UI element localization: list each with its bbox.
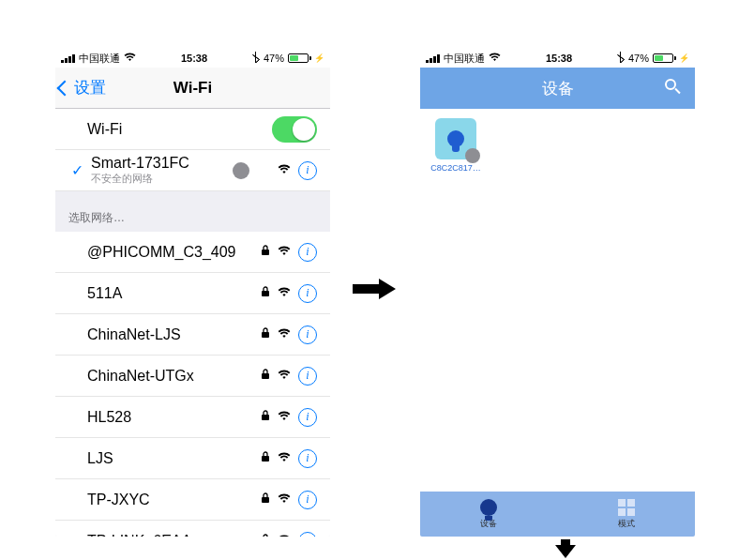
ssid: ChinaNet-LJS: [87, 326, 261, 343]
info-icon[interactable]: i: [298, 367, 317, 386]
tab-bar: 设备 模式: [420, 492, 695, 537]
wifi-strength-icon: [278, 369, 291, 383]
svg-rect-5: [262, 456, 269, 462]
lock-icon: [261, 410, 270, 424]
tab-device[interactable]: 设备: [420, 492, 558, 537]
info-icon[interactable]: i: [298, 243, 317, 262]
info-icon[interactable]: i: [298, 449, 317, 468]
wifi-status-icon: [124, 53, 136, 64]
tab-label: 模式: [618, 518, 635, 530]
ssid: @PHICOMM_C3_409: [87, 244, 261, 261]
ssid: HL528: [87, 409, 261, 426]
network-row[interactable]: 511A i: [55, 273, 330, 314]
svg-rect-6: [262, 497, 269, 503]
ssid: ChinaNet-UTGx: [87, 368, 261, 385]
connected-note: 不安全的网络: [91, 172, 225, 186]
network-row[interactable]: ChinaNet-LJS i: [55, 314, 330, 356]
info-icon[interactable]: i: [298, 532, 317, 537]
status-dot-icon: [233, 162, 249, 179]
battery-icon: ⚡: [288, 53, 324, 63]
settings-scroll[interactable]: Wi-Fi ✓ Smart-1731FC 不安全的网络 i 选取网络… @PHI…: [55, 109, 330, 537]
device-label: C8C2C817…: [430, 163, 482, 173]
tab-mode[interactable]: 模式: [558, 492, 696, 537]
lock-icon: [261, 492, 270, 507]
wifi-strength-icon: [278, 410, 291, 424]
wifi-strength-icon: [278, 451, 291, 465]
info-icon[interactable]: i: [298, 325, 317, 344]
battery-percent: 47%: [264, 53, 284, 64]
network-row[interactable]: TP-JXYC i: [55, 479, 330, 521]
lock-icon: [261, 369, 270, 383]
wifi-strength-icon: [278, 286, 291, 300]
svg-rect-2: [262, 332, 269, 338]
info-icon[interactable]: i: [298, 491, 317, 509]
signal-icon: [61, 54, 75, 63]
svg-rect-4: [262, 415, 269, 420]
network-row[interactable]: TP-LINK_6EAA i: [55, 521, 330, 537]
network-row[interactable]: ChinaNet-UTGx i: [55, 356, 330, 397]
svg-rect-0: [262, 250, 269, 255]
wifi-strength-icon: [278, 163, 291, 177]
page-title: Wi-Fi: [173, 79, 212, 98]
carrier-label: 中国联通: [444, 52, 485, 66]
back-button[interactable]: 设置: [59, 68, 106, 108]
network-row[interactable]: LJS i: [55, 438, 330, 479]
grid-icon: [618, 499, 635, 516]
status-bar: 中国联通 15:38 47% ⚡: [420, 49, 695, 68]
battery-percent: 47%: [628, 53, 649, 64]
search-icon[interactable]: [665, 79, 684, 98]
clock: 15:38: [181, 53, 207, 64]
lock-icon: [261, 327, 270, 341]
app-title: 设备: [542, 78, 574, 99]
wifi-toggle[interactable]: [272, 116, 317, 143]
svg-rect-1: [262, 291, 269, 296]
bluetooth-icon: [252, 52, 260, 65]
svg-rect-3: [262, 373, 269, 379]
bulb-icon: [435, 118, 476, 159]
chevron-left-icon: [57, 80, 73, 96]
info-icon[interactable]: i: [298, 161, 317, 180]
wifi-strength-icon: [278, 327, 291, 341]
ios-settings-screen: 中国联通 15:38 47% ⚡ 设置 Wi-Fi Wi-Fi: [55, 49, 330, 537]
check-icon: ✓: [68, 161, 85, 179]
bluetooth-icon: [617, 52, 625, 65]
wifi-label: Wi-Fi: [68, 121, 272, 138]
network-row[interactable]: HL528 i: [55, 397, 330, 438]
lock-icon: [261, 451, 270, 465]
wifi-strength-icon: [278, 492, 291, 507]
device-grid: C8C2C817…: [420, 109, 695, 492]
wifi-strength-icon: [278, 534, 291, 537]
bulb-icon: [480, 499, 497, 516]
status-bar: 中国联通 15:38 47% ⚡: [55, 49, 330, 68]
clock: 15:38: [546, 53, 572, 64]
carrier-label: 中国联通: [79, 52, 120, 66]
wifi-status-icon: [489, 53, 501, 64]
wifi-strength-icon: [278, 245, 291, 259]
lock-icon: [261, 286, 270, 300]
wifi-toggle-row[interactable]: Wi-Fi: [55, 109, 330, 150]
network-row[interactable]: @PHICOMM_C3_409 i: [55, 232, 330, 273]
networks-section-header: 选取网络…: [55, 191, 330, 232]
lock-icon: [261, 534, 270, 537]
info-icon[interactable]: i: [298, 408, 317, 427]
info-icon[interactable]: i: [298, 284, 317, 303]
status-dot-icon: [465, 148, 480, 163]
ssid: LJS: [87, 450, 261, 467]
nav-bar: 设置 Wi-Fi: [55, 68, 330, 109]
ssid: TP-JXYC: [87, 492, 261, 508]
app-nav-bar: 设备: [420, 68, 695, 109]
ssid: 511A: [87, 285, 261, 302]
device-app-screen: 中国联通 15:38 47% ⚡ 设备 C8C2C817…: [420, 49, 695, 537]
device-tile[interactable]: C8C2C817…: [430, 118, 482, 173]
lock-icon: [261, 245, 270, 259]
battery-icon: ⚡: [653, 53, 689, 63]
connected-ssid: Smart-1731FC: [91, 155, 225, 172]
signal-icon: [426, 54, 440, 63]
ssid: TP-LINK_6EAA: [87, 533, 261, 537]
connected-network-row[interactable]: ✓ Smart-1731FC 不安全的网络 i: [55, 150, 330, 191]
back-label: 设置: [74, 77, 106, 98]
